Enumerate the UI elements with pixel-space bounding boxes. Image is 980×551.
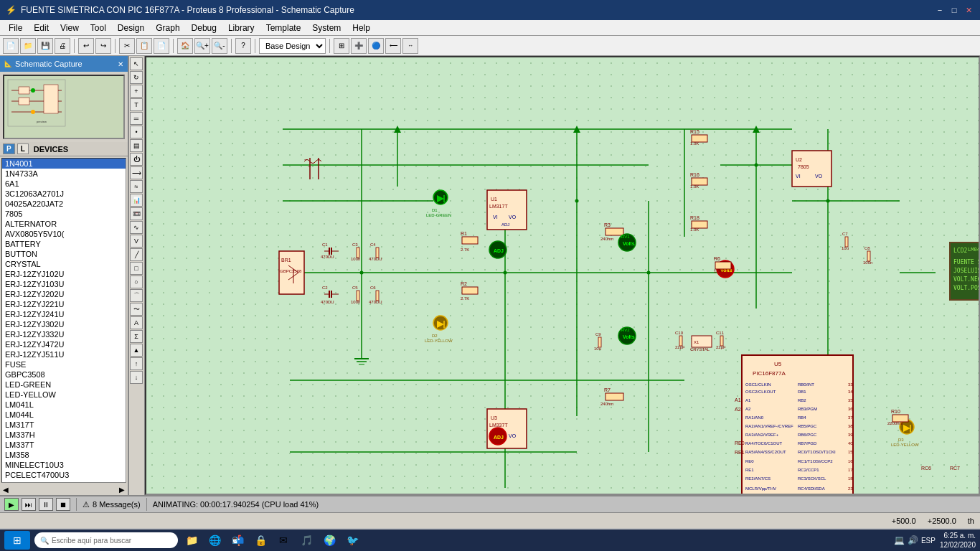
window-controls[interactable]: − □ ✕ (934, 4, 974, 16)
schematic-tab-close[interactable]: ✕ (118, 60, 123, 68)
toolbar-undo[interactable]: ↩ (78, 38, 94, 54)
device-item-1n4001[interactable]: 1N4001 (2, 159, 126, 169)
device-item-pic16877a[interactable]: PIC16877A (2, 480, 126, 483)
menu-graph[interactable]: Graph (150, 22, 185, 34)
tool-select[interactable]: ↖ (130, 57, 143, 70)
device-item-pcelect[interactable]: PCELECT4700U3 (2, 470, 126, 480)
tool-label[interactable]: ▤ (130, 139, 143, 152)
device-item-3c12063[interactable]: 3C12063A2701J (2, 189, 126, 199)
tray-volume[interactable]: 🔊 (908, 535, 918, 545)
tool-line[interactable]: ╱ (130, 248, 143, 261)
device-item-button[interactable]: BUTTON (2, 249, 126, 259)
taskbar-file-explorer[interactable]: 📁 (182, 531, 201, 550)
menu-help[interactable]: Help (347, 22, 376, 34)
tool-box[interactable]: □ (130, 262, 143, 275)
minimize-button[interactable]: − (934, 4, 946, 16)
taskbar-mail[interactable]: 📬 (228, 531, 247, 550)
tool-component[interactable]: ↻ (130, 71, 143, 84)
schematic-canvas[interactable]: U1 LM317T VI VO ADJ U2 7805 VI VO U3 LM3… (145, 56, 980, 495)
device-item-lm044l[interactable]: LM044L (2, 410, 126, 420)
device-item-erj332[interactable]: ERJ-12ZYJ332U (2, 329, 126, 339)
scroll-right[interactable]: ▶ (119, 486, 125, 494)
sim-play[interactable]: ▶ (4, 498, 19, 511)
toolbar-new[interactable]: 📄 (3, 38, 19, 54)
menu-view[interactable]: View (55, 22, 85, 34)
sim-pause[interactable]: ⏸ (39, 498, 53, 511)
device-item-1n4733a[interactable]: 1N4733A (2, 169, 126, 179)
toolbar-zoom-in[interactable]: 🔍+ (194, 38, 210, 54)
menu-tool[interactable]: Tool (85, 22, 112, 34)
toolbar-redo[interactable]: ↪ (95, 38, 111, 54)
toolbar-home[interactable]: 🏠 (177, 38, 193, 54)
tool-down[interactable]: ↓ (130, 371, 143, 384)
tool-arc[interactable]: ⌒ (130, 289, 143, 302)
toolbar-btn1[interactable]: ⊞ (334, 38, 349, 54)
tray-lang[interactable]: ESP (921, 537, 936, 545)
tool-bus[interactable]: ═ (130, 112, 143, 125)
menu-system[interactable]: System (306, 22, 347, 34)
device-item-erj221[interactable]: ERJ-12ZYJ221U (2, 299, 126, 309)
taskbar-twitter[interactable]: 🐦 (343, 531, 362, 550)
taskbar-edge[interactable]: 🌐 (205, 531, 224, 550)
menu-design[interactable]: Design (112, 22, 150, 34)
device-list[interactable]: 1N4001 1N4733A 6A1 3C12063A2701J 04025A2… (1, 158, 126, 483)
maximize-button[interactable]: □ (948, 4, 960, 16)
menu-library[interactable]: Library (222, 22, 260, 34)
tool-virtual[interactable]: ≈ (130, 180, 143, 193)
tool-text[interactable]: T (130, 98, 143, 111)
device-item-avx0805[interactable]: AVX0805Y5V10( (2, 229, 126, 239)
tool-circle[interactable]: ○ (130, 276, 143, 288)
sim-step[interactable]: ⏭ (22, 498, 36, 511)
taskbar-search[interactable]: 🔍 Escribe aquí para buscar (34, 532, 178, 548)
device-item-lm337h[interactable]: LM337H (2, 430, 126, 440)
device-item-6a1[interactable]: 6A1 (2, 179, 126, 189)
device-item-minelect[interactable]: MINELECT10U3 (2, 460, 126, 470)
menu-file[interactable]: File (3, 22, 28, 34)
taskbar-email[interactable]: ✉ (274, 531, 293, 550)
close-button[interactable]: ✕ (963, 4, 974, 16)
tool-tape[interactable]: 📼 (130, 207, 143, 220)
device-item-lm041l[interactable]: LM041L (2, 400, 126, 410)
toolbar-btn3[interactable]: 🔵 (368, 38, 384, 54)
device-item-erj511[interactable]: ERJ-12ZYJ511U (2, 349, 126, 359)
tray-network[interactable]: 💻 (894, 535, 905, 545)
taskbar-chrome[interactable]: 🌍 (320, 531, 339, 550)
toolbar-save[interactable]: 💾 (37, 38, 53, 54)
tool-probe[interactable]: ⟶ (130, 166, 143, 179)
device-item-battery[interactable]: BATTERY (2, 239, 126, 249)
device-item-erj103[interactable]: ERJ-12ZYJ103U (2, 279, 126, 289)
design-dropdown[interactable]: Base Design (259, 38, 326, 54)
sim-stop[interactable]: ⏹ (56, 498, 70, 511)
device-item-led-green[interactable]: LED-GREEN (2, 380, 126, 390)
toolbar-wire[interactable]: ⟵ (385, 38, 401, 54)
scroll-left[interactable]: ◀ (3, 486, 9, 494)
toolbar-open[interactable]: 📁 (20, 38, 36, 54)
toolbar-copy[interactable]: 📋 (136, 38, 152, 54)
device-item-lm358[interactable]: LM358 (2, 450, 126, 460)
tool-graph[interactable]: 📊 (130, 194, 143, 207)
tool-marker[interactable]: ▲ (130, 344, 143, 357)
menu-debug[interactable]: Debug (186, 22, 222, 34)
start-button[interactable]: ⊞ (4, 531, 30, 550)
toolbar-cut[interactable]: ✂ (119, 38, 135, 54)
taskbar-music[interactable]: 🎵 (297, 531, 316, 550)
toolbar-btn4[interactable]: ↔ (402, 38, 418, 54)
mode-p-button[interactable]: P (3, 143, 15, 154)
tool-wire[interactable]: + (130, 85, 143, 98)
device-item-fuse[interactable]: FUSE (2, 359, 126, 369)
taskbar-store[interactable]: 🔒 (251, 531, 270, 550)
menu-edit[interactable]: Edit (28, 22, 55, 34)
mode-l-button[interactable]: L (17, 143, 29, 154)
tool-sym[interactable]: Σ (130, 330, 143, 343)
device-item-lm337t[interactable]: LM337T (2, 440, 126, 450)
device-item-led-yellow[interactable]: LED-YELLOW (2, 390, 126, 400)
device-item-erj241[interactable]: ERJ-12ZYJ241U (2, 309, 126, 319)
tool-junction[interactable]: • (130, 126, 143, 138)
device-item-lm317t[interactable]: LM317T (2, 420, 126, 430)
device-item-erj102[interactable]: ERJ-12ZYJ102U (2, 269, 126, 279)
device-item-erj302[interactable]: ERJ-12ZYJ302U (2, 319, 126, 329)
toolbar-print[interactable]: 🖨 (55, 38, 70, 54)
device-item-alternator[interactable]: ALTERNATOR (2, 219, 126, 229)
tool-path[interactable]: 〜 (130, 303, 143, 316)
device-item-crystal[interactable]: CRYSTAL (2, 259, 126, 269)
